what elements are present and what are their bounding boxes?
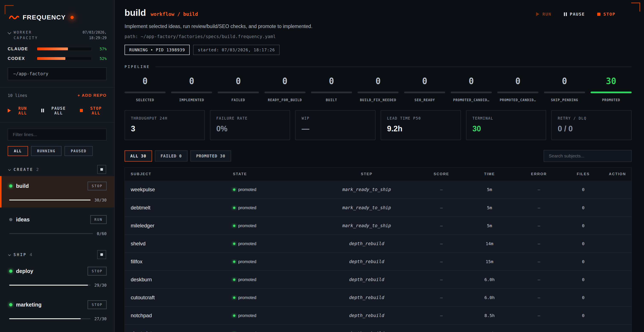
- metric-label: RETRY / DLQ: [558, 116, 625, 120]
- metric-label: LEAD TIME P50: [387, 116, 454, 120]
- state-label: promoted: [238, 187, 256, 192]
- line-action-button[interactable]: STOP: [88, 300, 106, 309]
- state-label: promoted: [238, 277, 256, 282]
- state-label: promoted: [238, 223, 256, 228]
- line-item[interactable]: build STOP 30/30: [0, 176, 114, 208]
- cell-state: promoted: [224, 205, 315, 210]
- stop-all-button[interactable]: STOP ALL: [80, 106, 106, 115]
- worker-capacity-row: CLAUDE 57%: [8, 46, 106, 51]
- line-name: ideas: [16, 217, 30, 223]
- section-lines: build STOP 30/30 ideas RUN 0/60: [8, 176, 106, 241]
- status-dot-icon: [70, 16, 74, 19]
- cell-state: promoted: [224, 241, 315, 246]
- status-badge: RUNNING • PID 1398939: [124, 45, 190, 55]
- pause-all-button[interactable]: PAUSE ALL: [41, 106, 70, 115]
- pipeline-stage: 0 PROMOTED_CANDID…: [497, 76, 538, 102]
- table-row[interactable]: deskburn promoted depth_rebuild – 6.0h –…: [125, 270, 632, 288]
- started-badge: started: 07/03/2026, 18:17:26: [193, 45, 280, 55]
- app-logo: FREQUENCY: [9, 14, 106, 21]
- cell-score: –: [419, 313, 464, 318]
- state-dot-icon: [233, 207, 236, 209]
- play-icon: [8, 109, 11, 112]
- pipeline-stage: 0 READY_FOR_BUILD: [264, 76, 306, 102]
- line-item[interactable]: ideas RUN 0/60: [0, 210, 114, 241]
- table-row[interactable]: debtmelt promoted mark_ready_to_ship – 5…: [125, 199, 632, 217]
- cell-time: 5m: [464, 223, 515, 228]
- run-all-button[interactable]: RUN ALL: [8, 106, 32, 115]
- worker-capacity-header[interactable]: WORKER CAPACITY 07/03/2026, 18:29:29: [8, 30, 106, 41]
- line-progress-fill: [9, 318, 81, 319]
- table-row[interactable]: weekpulse promoted mark_ready_to_ship – …: [125, 181, 632, 199]
- line-status-dot: [9, 270, 12, 273]
- subject-filter-tab[interactable]: ALL 30: [124, 150, 152, 161]
- line-section: CREATE 2 build STOP 30/30 ideas RUN 0/60: [8, 165, 106, 241]
- state-dot-icon: [233, 225, 236, 227]
- filter-chip[interactable]: RUNNING: [31, 146, 62, 156]
- filter-lines-input[interactable]: [8, 128, 106, 140]
- section-stop-button[interactable]: [97, 165, 106, 174]
- line-item[interactable]: release STOP 0/30: [0, 328, 114, 332]
- cell-step: mark_ready_to_ship: [315, 205, 418, 210]
- section-header[interactable]: SHIP 4: [8, 250, 106, 259]
- cell-step: depth_rebuild: [315, 331, 418, 332]
- table-row[interactable]: notchpad promoted depth_rebuild – 8.5h –…: [125, 306, 632, 324]
- table-row[interactable]: chartmint promoted depth_rebuild – 8.6h …: [125, 324, 632, 332]
- metric-value: —: [302, 124, 369, 133]
- corner-bracket-icon: [5, 5, 14, 14]
- table-row[interactable]: cutoutcraft promoted depth_rebuild – 6.0…: [125, 288, 632, 306]
- cell-error: –: [515, 295, 563, 300]
- line-status-dot: [9, 184, 12, 188]
- cell-files: 0: [563, 241, 604, 246]
- subject-filter-tab[interactable]: PROMOTED 30: [190, 150, 231, 161]
- line-status-dot: [9, 218, 12, 221]
- stage-count: 0: [404, 76, 445, 86]
- cell-state: promoted: [224, 295, 315, 300]
- cell-score: –: [419, 187, 464, 192]
- state-dot-icon: [233, 243, 236, 245]
- filter-chip[interactable]: PAUSED: [64, 146, 92, 156]
- cell-time: 14m: [464, 241, 515, 246]
- main-panel: build workflow / build RUN PAUSE STOP Im…: [115, 0, 644, 332]
- table-row[interactable]: shelvd promoted depth_rebuild – 14m – 0: [125, 234, 632, 252]
- pause-button[interactable]: PAUSE: [564, 12, 585, 17]
- stage-count: 0: [124, 76, 166, 86]
- cell-state: promoted: [224, 331, 315, 332]
- line-action-button[interactable]: STOP: [88, 182, 106, 190]
- table-row[interactable]: fillfox promoted depth_rebuild – 15m – 0: [125, 252, 632, 270]
- line-item[interactable]: marketing STOP 27/30: [0, 295, 114, 326]
- metric-card: FAILURE RATE 0%: [210, 110, 290, 140]
- stage-bar: [451, 92, 492, 93]
- stage-bar: [358, 92, 398, 93]
- section-stop-button[interactable]: [97, 250, 106, 259]
- cell-files: 0: [563, 277, 604, 282]
- stop-button[interactable]: STOP: [597, 12, 616, 17]
- run-button[interactable]: RUN: [536, 12, 551, 17]
- filter-chip[interactable]: ALL: [8, 146, 28, 156]
- section-header[interactable]: CREATE 2: [8, 165, 106, 174]
- stage-bar: [218, 92, 259, 93]
- stop-icon: [100, 253, 103, 256]
- subject-filter-tab[interactable]: FAILED 0: [155, 150, 188, 161]
- cell-subject: notchpad: [125, 312, 224, 318]
- line-action-button[interactable]: RUN: [90, 215, 106, 224]
- line-action-button[interactable]: STOP: [88, 267, 106, 275]
- table-column-header: STEP: [315, 172, 418, 176]
- table-row[interactable]: mileledger promoted mark_ready_to_ship –…: [125, 217, 632, 234]
- worker-capacity-row: CODEX 52%: [8, 56, 106, 61]
- stage-name: BUILD_FIX_NEEDED: [358, 98, 398, 102]
- cell-files: 0: [563, 187, 604, 192]
- cell-error: –: [515, 331, 563, 332]
- stage-bar: [311, 92, 352, 93]
- workdir-field[interactable]: ~/app-factory: [8, 67, 106, 80]
- chevron-down-icon: [8, 31, 11, 35]
- line-item[interactable]: deploy STOP 29/30: [0, 261, 114, 293]
- stage-name: READY_FOR_BUILD: [264, 98, 306, 102]
- search-subjects-input[interactable]: [544, 150, 632, 162]
- cell-state: promoted: [224, 223, 315, 228]
- cell-error: –: [515, 241, 563, 246]
- add-repo-button[interactable]: + ADD REPO: [78, 93, 106, 98]
- line-name: deploy: [16, 268, 33, 274]
- state-label: promoted: [238, 313, 256, 318]
- state-label: promoted: [238, 259, 256, 264]
- table-body: weekpulse promoted mark_ready_to_ship – …: [125, 181, 632, 332]
